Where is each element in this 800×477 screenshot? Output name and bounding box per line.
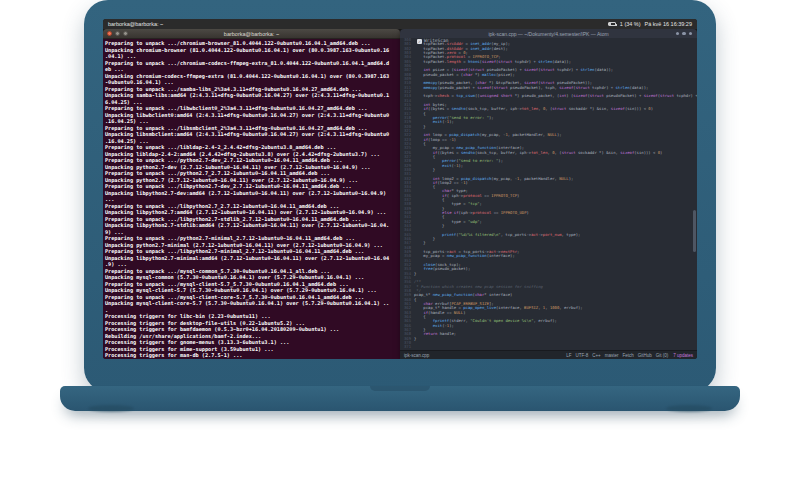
terminal-title: barborka@barborka: ~ [103, 31, 400, 37]
terminal-line: Preparing to unpack .../libpython2.7-min… [105, 248, 400, 255]
atom-titlebar[interactable]: ipk-scan.cpp — ~/Dokumenty/4.semester/IP… [400, 29, 697, 38]
code-text: pcap_t* new_pcap_function(char* interfac… [414, 293, 512, 297]
terminal-output[interactable]: Preparing to unpack .../chromium-browser… [103, 39, 400, 359]
laptop-foot-shadow [88, 405, 134, 412]
terminal-line: Unpacking chromium-browser (81.0.4044.12… [105, 47, 400, 54]
system-tray: 1 (34 %) Pá kvě 16 16:39:29 [608, 21, 692, 27]
laptop-base-notch [370, 386, 430, 391]
statusbar-item[interactable]: GitHub [638, 353, 652, 358]
code-text: if((bytes = sendto(sock_tcp, buffer, iph… [414, 151, 662, 155]
maximize-button[interactable] [123, 31, 128, 36]
statusbar-item[interactable]: Git (0) [656, 353, 669, 358]
close-icon[interactable] [689, 32, 693, 36]
code-text: if((bytes = sendto(sock_tcp, buffer, iph… [414, 107, 653, 111]
code-editor[interactable]: ✓ WriteScan 300301 tcpPacket.srcAddr = i… [400, 38, 697, 350]
code-text: * Function which creates new pcap sessio… [414, 285, 543, 289]
statusbar-item[interactable]: master [605, 353, 619, 358]
window-controls [676, 32, 693, 36]
terminal-titlebar[interactable]: barborka@barborka: ~ [103, 29, 400, 39]
terminal-line: Preparing to unpack .../chromium-browser… [105, 40, 400, 47]
terminal-line: Unpacking mysql-client-5.7 (5.7.30-0ubun… [105, 287, 400, 294]
code-text: my_pcap = new_pcap_function(interface); [414, 254, 515, 258]
code-text: } [414, 224, 444, 228]
code-text: tcph->check = tcp_csum((unsigned short *… [414, 94, 697, 98]
battery-fill [609, 23, 611, 25]
updates-badge[interactable]: 7 updates [673, 353, 693, 358]
terminal-line: Processing triggers for man-db (2.7.5-1)… [105, 352, 400, 359]
laptop-base [60, 386, 740, 411]
atom-statusbar: ipk-scan.cpp LFUTF-8C++masterFetchGitHub… [400, 350, 697, 359]
terminal-line: Unpacking samba-libs:amd64 (2:4.3.11+dfs… [105, 92, 400, 99]
code-text: } [414, 168, 435, 172]
minimize-icon[interactable] [676, 32, 680, 36]
code-text: free(pseudo_packet); [414, 267, 470, 271]
laptop-foot-shadow [666, 405, 712, 412]
code-text: } [414, 241, 426, 245]
code-line: 326 if((bytes = sendto(sock_tcp, buffer,… [400, 151, 697, 155]
code-text: memcpy(pseudo_packet + sizeof(struct pse… [414, 86, 648, 90]
minimize-button[interactable] [115, 31, 120, 36]
desktop-menubar: barborka@barborka: ~ 1 (34 %) Pá kvě 16 … [103, 19, 697, 29]
checkbox-icon: ✓ [417, 39, 422, 44]
maximize-icon[interactable] [682, 32, 686, 36]
code-text: pseudo_packet = (char *) malloc(psize); [414, 73, 515, 77]
code-text: } [414, 125, 426, 129]
chip-label: WriteScan [424, 39, 448, 43]
terminal-line: Unpacking libpython2.7-stdlib:amd64 (2.7… [105, 222, 400, 229]
menubar-window-title: barborka@barborka: ~ [108, 21, 163, 27]
terminal-line: Unpacking libpython2.7:amd64 (2.7.12-1ub… [105, 209, 400, 216]
code-text: } [414, 272, 416, 276]
statusbar-item[interactable]: UTF-8 [575, 353, 588, 358]
statusbar-filename[interactable]: ipk-scan.cpp [404, 353, 429, 358]
line-number: 371 [400, 345, 414, 349]
statusbar-item[interactable]: LF [566, 353, 571, 358]
terminal-line: Unpacking libpython2.7-dev:amd64 (2.7.12… [105, 190, 400, 197]
terminal-line: Unpacking libwbclient0:amd64 (2:4.3.11+d… [105, 112, 400, 119]
terminal-line: Unpacking mysql-common (5.7.30-0ubuntu0.… [105, 274, 400, 281]
code-line: 313 tcph->check = tcp_csum((unsigned sho… [400, 94, 697, 98]
terminal-window[interactable]: barborka@barborka: ~ Preparing to unpack… [103, 29, 400, 359]
statusbar-item[interactable]: Fetch [622, 353, 633, 358]
laptop-lid: barborka@barborka: ~ 1 (34 %) Pá kvě 16 … [84, 0, 716, 392]
code-text: printf("%d/%s filtered\n", tcp_ports->ac… [414, 233, 580, 237]
atom-window[interactable]: ipk-scan.cpp — ~/Dokumenty/4.semester/IP… [400, 29, 697, 359]
terminal-line: Unpacking libsmbclient:amd64 (2:4.3.11+d… [105, 131, 400, 138]
code-line: 316 if((bytes = sendto(sock_tcp, buffer,… [400, 107, 697, 111]
screen: barborka@barborka: ~ 1 (34 %) Pá kvě 16 … [103, 19, 697, 359]
battery-icon[interactable] [608, 22, 616, 26]
code-text: tcpPacket.length = htons(sizeof(struct t… [414, 60, 571, 64]
editor-scrollbar[interactable] [693, 210, 696, 252]
atom-title: ipk-scan.cpp — ~/Dokumenty/4.semester/IP… [488, 31, 608, 37]
code-text: return handle; [414, 332, 456, 336]
terminal-line: Unpacking mysql-client-core-5.7 (5.7.30-… [105, 300, 400, 307]
statusbar-items: LFUTF-8C++masterFetchGitHubGit (0) [562, 353, 668, 358]
terminal-line: Unpacking libpython2.7-minimal:amd64 (2.… [105, 255, 400, 262]
battery-indicator[interactable]: 1 (34 %) [620, 21, 641, 27]
close-button[interactable] [107, 31, 112, 36]
statusbar-item[interactable]: C++ [592, 353, 601, 358]
terminal-line: Preparing to unpack .../libwbclient0_2%3… [105, 105, 400, 112]
clock-indicator[interactable]: Pá kvě 16 16:39:29 [645, 21, 692, 27]
code-lines: 300301 tcpPacket.srcAddr = inet_addr(my_… [400, 38, 697, 350]
code-text: } [414, 337, 416, 341]
code-line: 371 [400, 345, 697, 349]
editor-overlay-chip[interactable]: ✓ WriteScan [417, 39, 448, 44]
terminal-line: Preparing to unpack .../chromium-codecs-… [105, 60, 400, 67]
